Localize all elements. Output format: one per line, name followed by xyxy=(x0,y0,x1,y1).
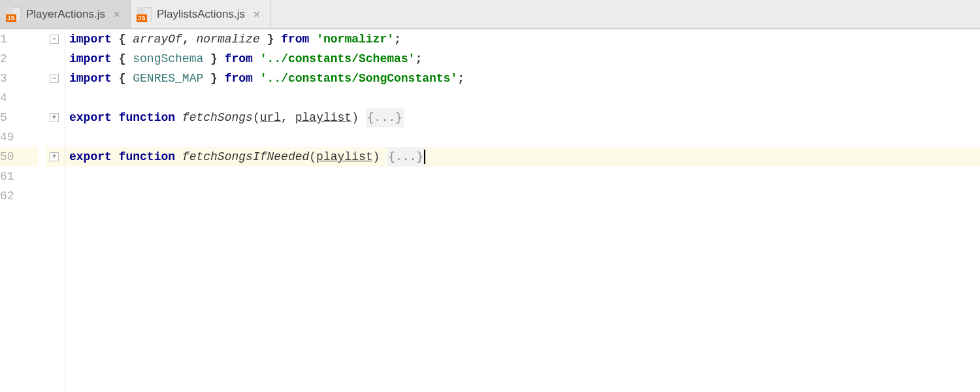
tab-playlists-actions[interactable]: PlaylistsActions.js ✕ xyxy=(131,0,270,28)
code-editor[interactable]: 1 2 3 4 5 49 50 61 62 – – + + import { a… xyxy=(0,29,980,392)
code-line xyxy=(65,88,980,108)
line-number: 50 xyxy=(0,147,38,167)
line-number: 4 xyxy=(0,88,38,108)
tab-label: PlaylistsActions.js xyxy=(157,8,245,21)
code-line xyxy=(65,186,980,206)
ident-arrayof: arrayOf xyxy=(133,29,182,49)
func-fetchsongs: fetchSongs xyxy=(182,108,253,127)
text-caret xyxy=(424,150,425,164)
line-number: 3 xyxy=(0,69,38,88)
code-line: export function fetchSongs(url, playlist… xyxy=(65,108,980,127)
code-line xyxy=(65,167,980,186)
string-literal: '../constants/Schemas' xyxy=(260,49,416,69)
code-line: import { arrayOf, normalize } from 'norm… xyxy=(65,29,980,49)
tab-player-actions[interactable]: PlayerActions.js ✕ xyxy=(0,0,131,28)
ident-songschema: songSchema xyxy=(133,49,203,69)
line-number: 62 xyxy=(0,186,38,206)
fold-plus-icon: + xyxy=(50,113,59,122)
param-playlist: playlist xyxy=(316,147,372,167)
folded-body[interactable]: {...} xyxy=(366,108,404,127)
ident-genresmap: GENRES_MAP xyxy=(133,69,203,88)
code-line: import { GENRES_MAP } from '../constants… xyxy=(65,69,980,88)
editor-tabs: PlayerActions.js ✕ PlaylistsActions.js ✕ xyxy=(0,0,980,29)
code-area[interactable]: import { arrayOf, normalize } from 'norm… xyxy=(65,29,980,392)
code-line-current: export function fetchSongsIfNeeded(playl… xyxy=(65,147,980,167)
tab-label: PlayerActions.js xyxy=(26,8,105,21)
keyword-function: function xyxy=(119,108,175,127)
fold-toggle[interactable]: + xyxy=(46,147,65,167)
code-line xyxy=(65,127,980,147)
param-url: url xyxy=(260,108,281,127)
fold-toggle[interactable]: + xyxy=(46,108,65,127)
func-fetchsongsifneeded: fetchSongsIfNeeded xyxy=(182,147,309,167)
close-icon[interactable]: ✕ xyxy=(253,9,261,20)
keyword-export: export xyxy=(69,108,112,127)
keyword-import: import xyxy=(69,29,112,49)
fold-minus-icon: – xyxy=(50,35,59,44)
line-number: 2 xyxy=(0,49,38,69)
fold-toggle[interactable]: – xyxy=(46,29,65,49)
line-number: 49 xyxy=(0,127,38,147)
keyword-from: from xyxy=(281,29,309,49)
line-number: 61 xyxy=(0,167,38,186)
string-literal: 'normalizr' xyxy=(316,29,394,49)
string-literal: '../constants/SongConstants' xyxy=(260,69,457,88)
fold-minus-icon: – xyxy=(50,74,59,83)
fold-toggle[interactable]: – xyxy=(46,69,65,88)
param-playlist: playlist xyxy=(295,108,351,127)
line-number-gutter: 1 2 3 4 5 49 50 61 62 xyxy=(0,29,46,392)
folded-body[interactable]: {...} xyxy=(387,147,425,167)
js-file-icon xyxy=(7,7,21,22)
code-line: import { songSchema } from '../constants… xyxy=(65,49,980,69)
line-number: 1 xyxy=(0,29,38,49)
js-file-icon xyxy=(137,7,152,22)
ident-normalize: normalize xyxy=(197,29,260,49)
fold-plus-icon: + xyxy=(50,152,59,161)
fold-gutter: – – + + xyxy=(46,29,65,392)
line-number: 5 xyxy=(0,108,38,127)
close-icon[interactable]: ✕ xyxy=(113,9,121,20)
